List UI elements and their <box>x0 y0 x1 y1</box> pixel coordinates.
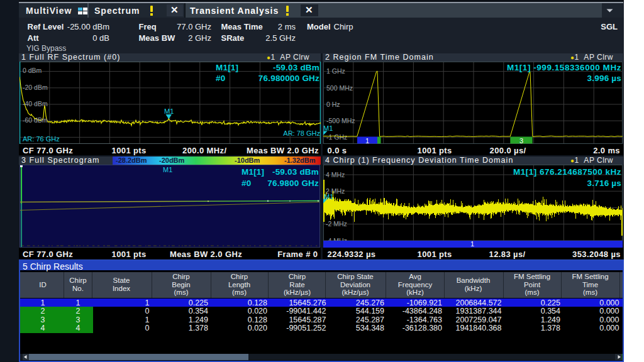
svg-text:-1 GHz: -1 GHz <box>326 133 347 141</box>
svg-text:500 MHz: 500 MHz <box>326 84 353 92</box>
svg-text:1 GHz: 1 GHz <box>326 67 345 75</box>
svg-text:4 MHz: 4 MHz <box>326 171 345 178</box>
svg-text:-500 MHz: -500 MHz <box>326 117 355 124</box>
svg-text:-2 MHz: -2 MHz <box>326 220 347 228</box>
svg-text:0 Hz: 0 Hz <box>326 101 340 108</box>
